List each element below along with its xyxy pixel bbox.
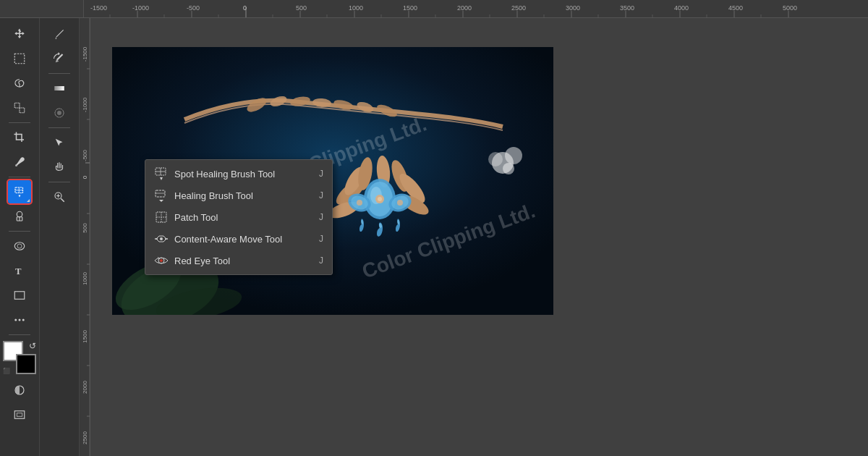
svg-point-119 [505,147,522,164]
toolbar-right [40,18,80,456]
content-aware-shortcut: J [319,234,323,244]
svg-text:3500: 3500 [620,4,634,12]
ruler-vertical: -1500 -1000 -500 0 500 1000 1500 2000 25… [80,18,90,456]
clone-stamp-tool[interactable] [8,205,31,228]
crop-tool[interactable] [8,126,31,149]
heal-icon [154,188,169,203]
move-tool[interactable] [8,22,31,46]
svg-point-64 [57,111,61,115]
svg-text:0: 0 [243,4,247,12]
separator-1 [9,122,30,123]
svg-text:500: 500 [296,4,307,12]
spot-heal-icon [154,166,169,181]
svg-text:1500: 1500 [82,330,88,343]
spot-healing-label: Spot Healing Brush Tool [174,169,299,180]
svg-point-52 [14,242,25,250]
main-area: T ↺ [0,18,868,456]
more-tools[interactable] [8,308,31,332]
svg-text:2500: 2500 [511,4,526,12]
eyedropper-tool[interactable] [8,151,31,174]
separator-r2 [48,127,70,128]
svg-text:2500: 2500 [82,431,88,444]
red-eye-shortcut: J [319,256,323,266]
svg-text:4500: 4500 [728,4,743,12]
lasso-tool[interactable] [8,72,31,95]
menu-item-content-aware[interactable]: Content-Aware Move Tool J [145,228,332,250]
svg-rect-44 [20,108,25,113]
screen-mode[interactable] [8,403,31,426]
healing-brush-label: Healing Brush Tool [174,190,299,201]
menu-item-healing-brush[interactable]: Healing Brush Tool J [145,185,332,206]
svg-rect-43 [14,103,20,108]
menu-bar: -1500 -1000 -500 0 500 1000 1500 2000 25… [0,0,868,18]
content-aware-icon [154,232,169,246]
menu-item-spot-healing[interactable]: Spot Healing Brush Tool J [145,163,332,185]
svg-line-66 [61,198,64,202]
healing-brush-tool[interactable] [8,180,31,203]
color-swatches[interactable]: ↺ ⬛ [3,341,36,374]
hand-tool[interactable] [48,156,71,179]
svg-text:-500: -500 [82,149,88,161]
svg-text:1000: 1000 [349,4,363,12]
svg-rect-61 [17,413,22,417]
svg-point-45 [15,164,17,166]
default-colors-icon[interactable]: ⬛ [3,368,10,374]
menu-item-red-eye[interactable]: Red Eye Tool J [145,250,332,271]
swap-colors-icon[interactable]: ↺ [29,341,36,351]
svg-point-57 [19,319,21,321]
quick-mask-mode[interactable] [8,379,31,402]
svg-point-121 [503,163,514,174]
svg-rect-128 [156,190,165,197]
svg-text:4000: 4000 [674,4,689,12]
svg-text:3000: 3000 [566,4,580,12]
svg-text:T: T [15,266,22,276]
svg-text:-1000: -1000 [132,4,149,12]
svg-text:-1000: -1000 [82,97,88,112]
svg-text:-1500: -1500 [82,46,88,62]
tool-submenu-arrow [27,199,30,202]
patch-label: Patch Tool [174,212,299,223]
context-menu: Spot Healing Brush Tool J Healing Brush … [145,159,333,275]
healing-brush-shortcut: J [319,190,323,200]
magic-wand-tool[interactable] [8,96,31,119]
content-aware-label: Content-Aware Move Tool [174,234,299,245]
svg-point-117 [378,197,382,201]
blur-tool[interactable] [48,101,71,124]
svg-text:-500: -500 [187,4,200,12]
rectangle-tool[interactable] [8,284,31,307]
eraser-tool[interactable] [8,235,31,258]
patch-shortcut: J [319,212,323,222]
svg-point-120 [488,152,503,166]
separator-3 [9,231,30,232]
zoom-tool[interactable] [48,185,71,208]
separator-2 [9,177,30,177]
svg-point-135 [160,237,163,240]
type-tool[interactable]: T [8,259,31,282]
background-swatch[interactable] [16,354,36,374]
svg-text:2000: 2000 [457,4,472,12]
svg-rect-60 [14,411,25,419]
svg-point-115 [357,200,362,206]
marquee-rect-tool[interactable] [8,47,31,70]
history-brush-tool[interactable] [48,47,71,70]
svg-text:-1500: -1500 [90,4,107,12]
toolbar: T ↺ [0,18,80,456]
red-eye-label: Red Eye Tool [174,256,299,266]
svg-rect-55 [14,292,25,300]
ruler-horizontal: -1500 -1000 -500 0 500 1000 1500 2000 25… [83,0,868,18]
svg-rect-62 [54,86,64,90]
gradient-tool[interactable] [48,77,71,100]
svg-text:0: 0 [82,175,88,179]
separator-4 [9,334,30,335]
svg-text:500: 500 [82,223,88,233]
path-selection-tool[interactable] [48,131,71,154]
svg-text:5000: 5000 [783,4,797,12]
brush-tool[interactable] [48,22,71,46]
svg-point-116 [397,200,403,206]
svg-point-58 [22,319,25,321]
menu-item-patch[interactable]: Patch Tool J [145,206,332,228]
patch-icon [154,210,169,224]
spot-healing-shortcut: J [319,169,323,179]
svg-text:1500: 1500 [403,4,417,12]
canvas-area: Color Clipping Ltd. Color Clipping Ltd. … [90,18,868,456]
